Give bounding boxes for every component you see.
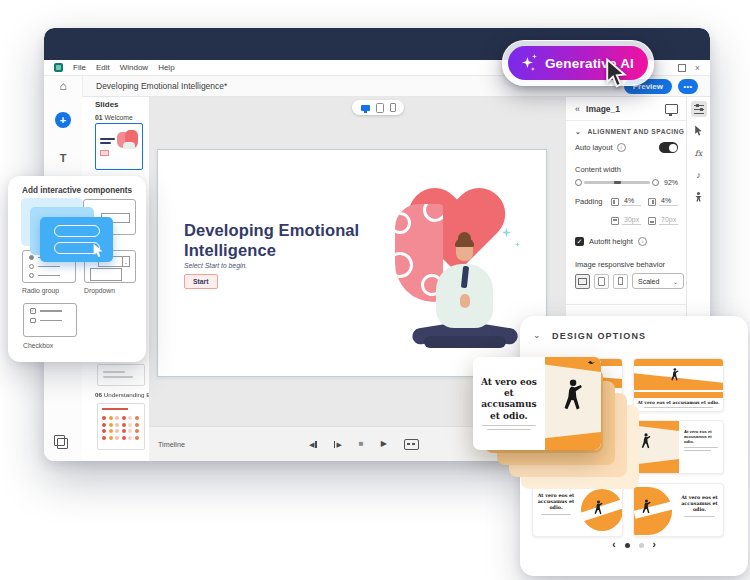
chevron-down-icon: ⌄ (575, 128, 581, 135)
slide-05-thumbnail-partial[interactable] (97, 364, 145, 386)
phone-view-icon[interactable] (390, 103, 396, 112)
silhouette-figure (639, 499, 652, 515)
maximize-icon[interactable] (678, 64, 686, 72)
emoji-face (102, 436, 106, 440)
interactive-components-panel: Add interactive components ⌄ Radio group… (8, 176, 146, 362)
play-button[interactable]: ▶ (381, 440, 387, 448)
responsive-phone-option[interactable] (613, 274, 628, 289)
silhouette-figure (557, 379, 585, 413)
responsive-behavior-row: Scaled ⌄ (575, 273, 684, 289)
interactions-tab-icon[interactable] (691, 123, 707, 139)
accessibility-tab-icon[interactable] (691, 189, 707, 205)
autofit-row: ✓ Autofit height i (575, 237, 647, 246)
carousel-next-icon[interactable]: › (653, 540, 656, 550)
desktop-view-icon[interactable] (361, 105, 370, 111)
add-content-button[interactable]: + (55, 112, 71, 128)
slides-panel-header: Slides (95, 100, 119, 109)
close-icon[interactable]: × (695, 63, 700, 73)
emoji-face (122, 423, 126, 427)
chevron-down-icon[interactable]: ⌄ (533, 330, 541, 340)
menu-window[interactable]: Window (120, 63, 148, 72)
slide-canvas[interactable]: Developing Emotional Intelligence Select… (157, 149, 547, 377)
start-button[interactable]: Start (184, 274, 218, 289)
slider-start-handle[interactable] (575, 179, 582, 186)
emoji-face (102, 423, 106, 427)
divider (566, 304, 687, 305)
selected-object-name: Image_1 (586, 104, 620, 114)
responsive-behavior-select[interactable]: Scaled ⌄ (632, 273, 684, 289)
emoji-face (109, 436, 113, 440)
emoji-face (109, 429, 113, 433)
generative-ai-button[interactable]: Generative AI (502, 40, 654, 86)
stop-button[interactable]: ■ (359, 440, 364, 448)
emotions-grid (102, 416, 139, 440)
responsive-desktop-option[interactable] (575, 274, 590, 289)
auto-layout-toggle[interactable] (659, 142, 678, 153)
design-thumbnail[interactable]: At vero eos et accusamus et odio. (633, 420, 724, 474)
tablet-view-icon[interactable] (376, 103, 384, 113)
effects-tab-icon[interactable]: fx (691, 145, 707, 161)
slide-title[interactable]: Developing Emotional Intelligence (184, 220, 369, 260)
emoji-face (102, 429, 106, 433)
screen-icon[interactable] (665, 104, 678, 114)
padding-label: Padding (575, 197, 603, 206)
emoji-face (115, 436, 119, 440)
menu-edit[interactable]: Edit (96, 63, 110, 72)
collapse-panel-icon[interactable]: « (575, 104, 580, 114)
padding-left-field[interactable]: 4% (622, 197, 641, 206)
closed-captions-icon[interactable] (404, 439, 419, 450)
slide-01-label[interactable]: 01Welcome (95, 114, 133, 121)
emoji-face (102, 416, 106, 420)
slider-end-handle[interactable] (652, 179, 659, 186)
emoji-face (135, 423, 139, 427)
notes-icon[interactable] (57, 438, 68, 449)
design-thumbnail[interactable]: At vero eos et accusamus et odio. (633, 483, 724, 537)
component-card-buttons-dragging[interactable] (40, 217, 113, 262)
emoji-face (115, 429, 119, 433)
audio-tab-icon[interactable]: ♪ (691, 167, 707, 183)
component-card-checkbox[interactable]: ✓ (23, 303, 77, 337)
home-icon[interactable]: ⌂ (44, 79, 82, 93)
design-carousel: ‹ › (520, 540, 748, 550)
content-width-label: Content width (575, 165, 621, 174)
carousel-dot[interactable] (639, 543, 644, 548)
padding-row: Padding 4% 4% (575, 197, 678, 206)
content-width-row: 92% (575, 179, 678, 186)
padding-bottom-icon (648, 217, 656, 225)
components-panel-title: Add interactive components (22, 186, 132, 195)
autofit-checkbox[interactable]: ✓ (575, 237, 584, 246)
window-controls: × (678, 63, 700, 73)
slide-06-thumbnail[interactable] (97, 403, 145, 450)
app-logo-icon (54, 63, 63, 72)
design-card-dragging[interactable]: At vero eos et accusamus et odio. (473, 357, 601, 450)
responsive-tablet-option[interactable] (594, 274, 609, 289)
emoji-face (122, 436, 126, 440)
info-icon: i (617, 143, 626, 152)
slide-subtitle[interactable]: Select Start to begin. (184, 262, 247, 269)
slide-01-thumbnail[interactable] (95, 123, 143, 170)
radio-group-label: Radio group (22, 287, 59, 294)
step-forward-button[interactable]: ▶ (334, 441, 342, 448)
design-options-title: DESIGN OPTIONS (552, 331, 646, 341)
padding-left-icon (611, 198, 619, 206)
padding-right-field[interactable]: 4% (659, 197, 678, 206)
menu-help[interactable]: Help (158, 63, 174, 72)
content-width-slider[interactable] (584, 181, 650, 184)
design-thumbnail[interactable]: At vero eos et accusamus et odio. (532, 483, 623, 537)
section-alignment-spacing[interactable]: ⌄ ALIGNMENT AND SPACING (575, 128, 684, 136)
carousel-prev-icon[interactable]: ‹ (612, 540, 615, 550)
emoji-face (109, 416, 113, 420)
silhouette-figure (591, 500, 604, 516)
design-thumbnail[interactable]: At vero eos et accusamus et odio. (633, 358, 724, 412)
emoji-face (128, 423, 132, 427)
properties-tab-icon[interactable] (691, 101, 707, 117)
text-tool-icon[interactable]: T (44, 152, 82, 164)
padding-top-field[interactable]: 30px (622, 216, 641, 225)
menu-file[interactable]: File (73, 63, 86, 72)
skip-back-button[interactable]: ◀ (309, 441, 317, 448)
more-options-button[interactable]: ••• (678, 79, 698, 94)
padding-bottom-field[interactable]: 70px (659, 216, 678, 225)
emoji-face (109, 423, 113, 427)
carousel-dot-active[interactable] (625, 543, 630, 548)
silhouette-figure (638, 433, 652, 450)
